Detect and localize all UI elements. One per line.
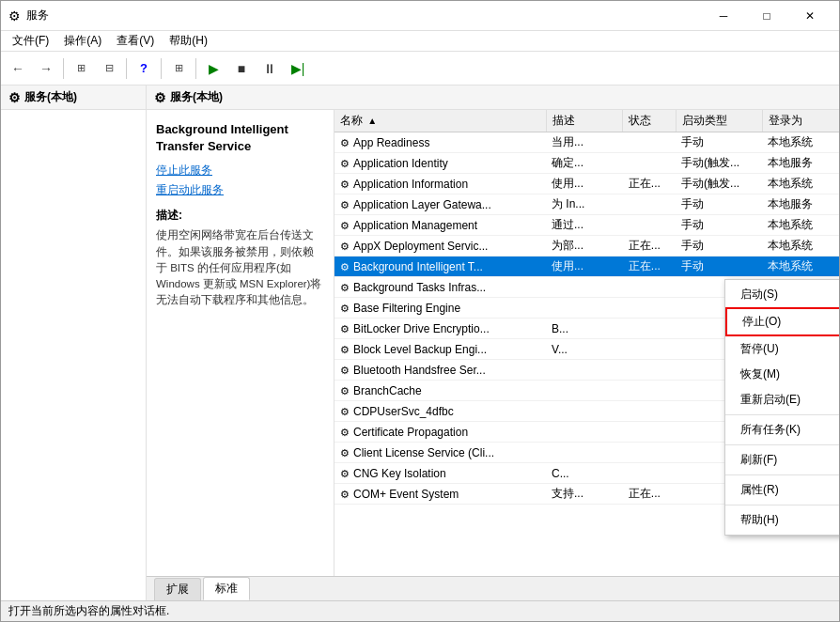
cell-desc	[546, 298, 623, 319]
desc-label: 描述:	[156, 208, 324, 224]
table-row[interactable]: ⚙Application Management通过...手动本地系统	[334, 215, 839, 236]
ctx-restart[interactable]: 重新启动(E)	[725, 387, 839, 412]
service-icon: ⚙	[340, 220, 350, 231]
stop-service-button[interactable]: ■	[228, 55, 255, 82]
cell-status	[623, 401, 676, 422]
service-icon: ⚙	[340, 406, 350, 417]
toolbar-sep-2	[126, 58, 127, 79]
menu-bar: 文件(F) 操作(A) 查看(V) 帮助(H)	[1, 31, 839, 52]
main-area: ⚙ 服务(本地) ⚙ 服务(本地) Background Intelligent…	[1, 86, 839, 600]
table-row[interactable]: ⚙Application Information使用...正在...手动(触发.…	[334, 174, 839, 194]
cell-name: ⚙Background Tasks Infras...	[334, 277, 546, 298]
cell-desc: 使用...	[546, 174, 623, 194]
main-window: ⚙ 服务 ─ □ ✕ 文件(F) 操作(A) 查看(V) 帮助(H) ← → ⊞…	[0, 0, 840, 622]
ctx-stop[interactable]: 停止(O)	[725, 307, 839, 336]
ctx-sep-4	[725, 505, 839, 505]
service-icon: ⚙	[340, 137, 350, 148]
cell-name: ⚙Base Filtering Engine	[334, 298, 546, 319]
right-panel: ⚙ 服务(本地) Background Intelligent Transfer…	[147, 86, 839, 600]
cell-desc: B...	[546, 319, 623, 339]
service-icon: ⚙	[340, 344, 350, 355]
help-button[interactable]: ?	[131, 55, 157, 82]
restart-service-link[interactable]: 重启动此服务	[156, 182, 324, 198]
service-icon: ⚙	[340, 447, 350, 459]
table-row[interactable]: ⚙Application Layer Gatewa...为 In...手动本地服…	[334, 194, 839, 215]
stop-service-link[interactable]: 停止此服务	[156, 163, 324, 179]
ctx-all-tasks[interactable]: 所有任务(K) ▶	[725, 417, 839, 443]
start-service-button[interactable]: ▶	[200, 55, 226, 82]
cell-status	[623, 298, 676, 319]
cell-start: 手动	[676, 132, 762, 153]
table-row[interactable]: ⚙Background Intelligent T...使用...正在...手动…	[334, 257, 839, 277]
service-icon: ⚙	[340, 199, 350, 210]
service-icon: ⚙	[340, 385, 350, 397]
forward-button[interactable]: →	[33, 55, 59, 82]
ctx-properties[interactable]: 属性(R)	[725, 477, 839, 503]
cell-desc: 为部...	[546, 236, 623, 257]
resume-service-button[interactable]: ▶|	[285, 55, 311, 82]
cell-login: 本地系统	[762, 132, 839, 153]
header-row: 名称 ▲ 描述 状态 启动类型 登录为	[334, 110, 839, 132]
status-bar: 打开当前所选内容的属性对话框.	[1, 600, 839, 621]
close-button[interactable]: ✕	[788, 1, 832, 31]
show-tree-button[interactable]: ⊞	[68, 55, 94, 82]
cell-desc	[546, 360, 623, 381]
service-icon: ⚙	[340, 282, 350, 293]
cell-desc: 当用...	[546, 132, 623, 153]
cell-start: 手动	[676, 257, 762, 277]
service-detail-panel: Background Intelligent Transfer Service …	[147, 110, 334, 576]
table-row[interactable]: ⚙Application Identity确定...手动(触发...本地服务	[334, 153, 839, 174]
menu-file[interactable]: 文件(F)	[5, 31, 56, 51]
pause-service-button[interactable]: ⏸	[257, 55, 283, 82]
cell-name: ⚙Bluetooth Handsfree Ser...	[334, 360, 546, 381]
col-login[interactable]: 登录为	[762, 110, 839, 132]
cell-start: 手动(触发...	[676, 153, 762, 174]
tree-up-button[interactable]: ⊟	[96, 55, 122, 82]
right-panel-title: 服务(本地)	[170, 89, 223, 105]
cell-name: ⚙CDPUserSvc_4dfbc	[334, 401, 546, 422]
left-panel-header: ⚙ 服务(本地)	[1, 86, 146, 110]
back-button[interactable]: ←	[5, 55, 31, 82]
service-icon: ⚙	[340, 241, 350, 252]
cell-login: 本地服务	[762, 153, 839, 174]
table-row[interactable]: ⚙App Readiness当用...手动本地系统	[334, 132, 839, 153]
context-menu: 启动(S) 停止(O) 暂停(U) 恢复(M) 重新启动(E)	[724, 279, 839, 536]
tab-standard[interactable]: 标准	[203, 577, 250, 600]
bottom-tabs: 扩展 标准	[147, 576, 839, 600]
cell-start: 手动	[676, 236, 762, 257]
ctx-help[interactable]: 帮助(H)	[725, 507, 839, 533]
menu-help[interactable]: 帮助(H)	[162, 31, 215, 51]
menu-view[interactable]: 查看(V)	[109, 31, 162, 51]
col-start[interactable]: 启动类型	[676, 110, 762, 132]
cell-name: ⚙Client License Service (Cli...	[334, 443, 546, 463]
ctx-sep-3	[725, 474, 839, 475]
tab-expand[interactable]: 扩展	[154, 578, 201, 600]
cell-status	[623, 132, 676, 153]
cell-name: ⚙Application Identity	[334, 153, 546, 174]
services-table-area[interactable]: 名称 ▲ 描述 状态 启动类型 登录为 ⚙App Readiness当用...手…	[334, 110, 839, 576]
cell-desc	[546, 443, 623, 463]
title-bar: ⚙ 服务 ─ □ ✕	[1, 1, 839, 31]
service-icon: ⚙	[340, 489, 350, 500]
cell-desc: V...	[546, 339, 623, 360]
maximize-button[interactable]: □	[745, 1, 788, 31]
col-desc[interactable]: 描述	[546, 110, 623, 132]
menu-action[interactable]: 操作(A)	[56, 31, 109, 51]
cell-name: ⚙Background Intelligent T...	[334, 257, 546, 277]
minimize-button[interactable]: ─	[702, 1, 745, 31]
ctx-pause[interactable]: 暂停(U)	[725, 336, 839, 362]
cell-name: ⚙Application Information	[334, 174, 546, 194]
cell-status	[623, 319, 676, 339]
cell-desc	[546, 422, 623, 443]
col-name[interactable]: 名称 ▲	[334, 110, 546, 132]
col-status[interactable]: 状态	[623, 110, 676, 132]
service-icon: ⚙	[340, 158, 350, 169]
show-cols-button[interactable]: ⊞	[165, 55, 192, 82]
title-bar-left: ⚙ 服务	[8, 8, 49, 23]
table-row[interactable]: ⚙AppX Deployment Servic...为部...正在...手动本地…	[334, 236, 839, 257]
cell-status	[623, 422, 676, 443]
ctx-resume[interactable]: 恢复(M)	[725, 362, 839, 387]
ctx-start[interactable]: 启动(S)	[725, 282, 839, 307]
cell-name: ⚙Application Layer Gatewa...	[334, 194, 546, 215]
ctx-refresh[interactable]: 刷新(F)	[725, 447, 839, 473]
